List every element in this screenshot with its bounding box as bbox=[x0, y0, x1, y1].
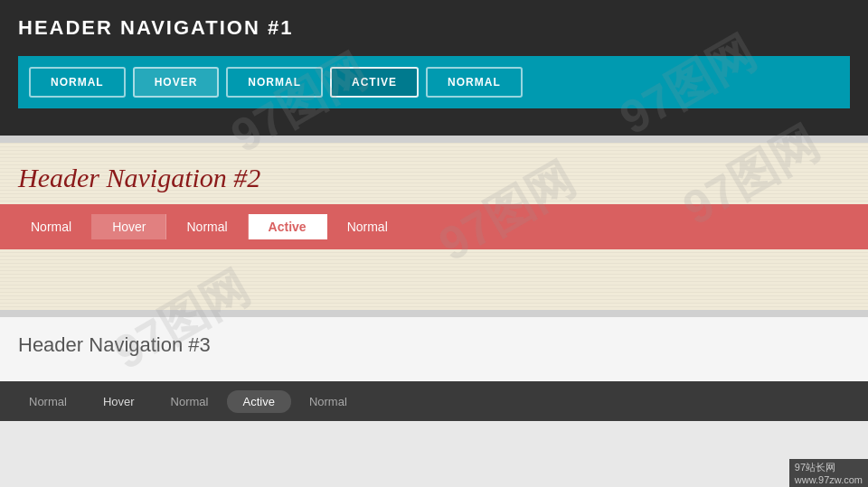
separator1 bbox=[0, 136, 868, 143]
section2: Header Navigation #2 Normal Hover Normal… bbox=[0, 143, 868, 310]
nav1-btn-normal-2[interactable]: NORMAL bbox=[226, 67, 323, 98]
nav3-btn-normal-1[interactable]: Normal bbox=[11, 390, 85, 413]
nav2: Normal Hover Normal Active Normal bbox=[0, 204, 868, 249]
nav2-btn-normal-3[interactable]: Normal bbox=[327, 214, 408, 239]
nav3-btn-normal-3[interactable]: Normal bbox=[291, 390, 365, 413]
section3-title: Header Navigation #3 bbox=[18, 333, 850, 357]
nav1-btn-active[interactable]: ACTIVE bbox=[330, 67, 419, 98]
brand-line1: 97站长网 bbox=[795, 461, 863, 474]
nav2-btn-active[interactable]: Active bbox=[249, 214, 327, 239]
nav3-btn-normal-2[interactable]: Normal bbox=[153, 390, 227, 413]
section2-title: Header Navigation #2 bbox=[18, 163, 850, 193]
bottom-branding: 97站长网 www.97zw.com bbox=[789, 459, 868, 487]
section2-header: Header Navigation #2 bbox=[0, 143, 868, 204]
nav1-btn-normal-3[interactable]: NORMAL bbox=[426, 67, 523, 98]
nav2-btn-normal-1[interactable]: Normal bbox=[11, 214, 92, 239]
nav3-btn-active[interactable]: Active bbox=[227, 390, 291, 413]
section1: HEADER NAVIGATION #1 NORMAL HOVER NORMAL… bbox=[0, 0, 868, 136]
nav2-btn-hover[interactable]: Hover bbox=[92, 214, 166, 239]
brand-line2: www.97zw.com bbox=[795, 474, 863, 485]
separator2 bbox=[0, 310, 868, 317]
section3-header: Header Navigation #3 bbox=[0, 317, 868, 381]
nav1: NORMAL HOVER NORMAL ACTIVE NORMAL bbox=[18, 56, 850, 108]
nav1-btn-normal-1[interactable]: NORMAL bbox=[29, 67, 126, 98]
nav2-btn-normal-2[interactable]: Normal bbox=[166, 214, 248, 239]
nav3-btn-hover[interactable]: Hover bbox=[85, 390, 153, 413]
section3: Header Navigation #3 Normal Hover Normal… bbox=[0, 317, 868, 421]
section1-title: HEADER NAVIGATION #1 bbox=[18, 16, 850, 40]
nav1-btn-hover[interactable]: HOVER bbox=[133, 67, 220, 98]
nav3: Normal Hover Normal Active Normal bbox=[0, 381, 868, 421]
